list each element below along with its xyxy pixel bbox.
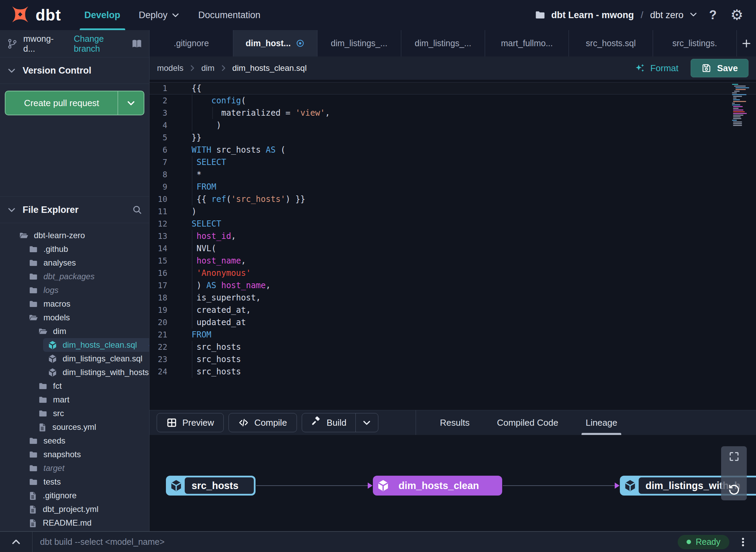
preview-button[interactable]: Preview	[157, 413, 224, 432]
code-line-7[interactable]: 7 SELECT	[149, 156, 756, 168]
tree-item-fct[interactable]: fct	[0, 379, 149, 393]
compile-button[interactable]: Compile	[229, 413, 297, 432]
build-dropdown[interactable]	[355, 413, 378, 432]
build-button[interactable]: Build	[302, 413, 355, 432]
editor-tab-dim-listings-[interactable]: dim_listings_...	[317, 30, 401, 56]
project-selector[interactable]: dbt Learn - mwong / dbt zero	[535, 6, 698, 24]
lineage-node-src-hosts[interactable]: src_hosts	[166, 476, 256, 496]
docs-book-icon[interactable]	[131, 38, 142, 49]
command-bar-toggle[interactable]	[0, 532, 32, 552]
editor-tab-dim-host-[interactable]: dim_host...	[233, 30, 317, 56]
code-line-6[interactable]: 6WITH src_hosts AS (	[149, 144, 756, 156]
settings-button[interactable]: ⚙	[728, 6, 746, 24]
editor-tab-src-hosts-sql[interactable]: src_hosts.sql	[569, 30, 653, 56]
code-line-8[interactable]: 8 *	[149, 168, 756, 181]
code-line-4[interactable]: 4 )	[149, 119, 756, 131]
code-line-21[interactable]: 21FROM	[149, 329, 756, 341]
tree-item-dim-listings-clean-sql[interactable]: dim_listings_clean.sql	[0, 352, 149, 365]
pull-request-dropdown[interactable]	[118, 91, 144, 115]
panel-tab-compiled-code[interactable]: Compiled Code	[483, 410, 572, 435]
tree-item-tests[interactable]: tests	[0, 475, 149, 489]
tree-item-src[interactable]: src	[0, 407, 149, 420]
code-line-16[interactable]: 16 'Anonymous'	[149, 267, 756, 279]
panel-tab-lineage[interactable]: Lineage	[572, 410, 631, 435]
code-line-3[interactable]: 3 materialized = 'view',	[149, 107, 756, 119]
code-line-10[interactable]: 10 {{ ref('src_hosts') }}	[149, 193, 756, 205]
new-tab-button[interactable]	[737, 30, 756, 56]
code-editor[interactable]: 1{{2 config(3 materialized = 'view',4 )5…	[149, 80, 756, 410]
code-line-11[interactable]: 11)	[149, 205, 756, 218]
code-line-24[interactable]: 24 src_hosts	[149, 365, 756, 378]
tree-item-readme-md[interactable]: README.md	[0, 516, 149, 530]
code-line-19[interactable]: 19 created_at,	[149, 304, 756, 316]
nav-item-documentation[interactable]: Documentation	[191, 0, 268, 30]
tree-item-dbt-project-yml[interactable]: dbt_project.yml	[0, 502, 149, 516]
code-line-2[interactable]: 2 config(	[149, 94, 756, 107]
tree-item-dim-hosts-clean-sql[interactable]: dim_hosts_clean.sql●	[0, 338, 149, 352]
command-input[interactable]: dbt build --select <model_name>	[40, 537, 165, 547]
help-button[interactable]: ?	[704, 6, 722, 24]
code-line-5[interactable]: 5}}	[149, 131, 756, 144]
nav-item-develop[interactable]: Develop	[77, 0, 128, 30]
code-line-14[interactable]: 14 NVL(	[149, 242, 756, 255]
code-line-13[interactable]: 13 host_id,	[149, 230, 756, 242]
tree-item-dbt-packages[interactable]: dbt_packages	[0, 270, 149, 283]
nav-item-label: Documentation	[198, 10, 261, 21]
version-control-header[interactable]: Version Control	[0, 57, 149, 84]
code-line-17[interactable]: 17 ) AS host_name,	[149, 279, 756, 292]
code-line-1[interactable]: 1{{	[149, 82, 756, 94]
dbt-logo-text: dbt	[36, 6, 61, 24]
dbt-logo[interactable]: dbt	[10, 4, 61, 26]
status-badge: Ready	[678, 535, 729, 549]
tree-item-dim[interactable]: dim	[0, 324, 149, 338]
line-number: 21	[149, 330, 176, 339]
code-line-9[interactable]: 9 FROM	[149, 181, 756, 193]
editor-tab-dim-listings-[interactable]: dim_listings_...	[401, 30, 485, 56]
tree-item-logs[interactable]: logs	[0, 283, 149, 297]
change-branch-link[interactable]: Change branch	[74, 34, 131, 54]
code-line-12[interactable]: 12SELECT	[149, 218, 756, 230]
model-cube-icon	[168, 479, 185, 492]
search-icon[interactable]	[132, 205, 142, 215]
code-line-18[interactable]: 18 is_superhost,	[149, 292, 756, 304]
code-token: ,	[241, 256, 246, 266]
tree-item-models[interactable]: models	[0, 311, 149, 324]
tree-item-seeds[interactable]: seeds	[0, 434, 149, 448]
editor-tab-src-listings-[interactable]: src_listings.	[653, 30, 737, 56]
minimap[interactable]	[732, 84, 749, 127]
create-pull-request-button[interactable]: Create pull request	[5, 91, 144, 115]
lineage-node-dim-hosts-clean[interactable]: dim_hosts_clean	[373, 476, 502, 496]
file-explorer-header[interactable]: File Explorer	[0, 197, 149, 223]
fullscreen-button[interactable]	[729, 451, 740, 462]
tree-item--github[interactable]: .github	[0, 242, 149, 256]
tab-label: dim_listings_...	[415, 38, 471, 48]
editor-tab-mart-fullmo-[interactable]: mart_fullmo...	[485, 30, 569, 56]
code-line-23[interactable]: 23 src_hosts	[149, 353, 756, 365]
tree-item-analyses[interactable]: analyses	[0, 256, 149, 270]
lineage-canvas[interactable]: src_hostsdim_hosts_cleandim_listings_wit…	[149, 435, 756, 531]
tree-item--gitignore[interactable]: .gitignore	[0, 489, 149, 502]
tree-item-macros[interactable]: macros	[0, 297, 149, 311]
editor-tab--gitignore[interactable]: .gitignore	[149, 30, 233, 56]
create-pull-request-label[interactable]: Create pull request	[5, 91, 118, 115]
nav-item-deploy[interactable]: Deploy	[131, 0, 187, 30]
tree-item-dim-listings-with-hosts-[interactable]: dim_listings_with_hosts...	[0, 365, 149, 379]
code-token: ) }}	[286, 194, 305, 204]
tree-item-mart[interactable]: mart	[0, 393, 149, 407]
tree-item-target[interactable]: target	[0, 461, 149, 475]
code-line-20[interactable]: 20 updated_at	[149, 316, 756, 329]
save-button[interactable]: Save	[691, 59, 748, 77]
sparkles-icon	[635, 63, 646, 74]
kebab-menu-button[interactable]	[738, 537, 748, 548]
tree-item-sources-yml[interactable]: sources.yml	[0, 420, 149, 434]
folder-icon	[535, 6, 546, 24]
reset-view-button[interactable]	[728, 484, 740, 496]
code-line-15[interactable]: 15 host_name,	[149, 255, 756, 267]
code-line-22[interactable]: 22 src_hosts	[149, 341, 756, 353]
panel-tab-results[interactable]: Results	[426, 410, 483, 435]
tree-item-label: target	[43, 463, 64, 473]
editor-actions: Format Save	[635, 59, 748, 77]
tree-item-snapshots[interactable]: snapshots	[0, 448, 149, 461]
tree-item-dbt-learn-zero[interactable]: dbt-learn-zero	[0, 229, 149, 242]
format-button[interactable]: Format	[635, 63, 678, 74]
